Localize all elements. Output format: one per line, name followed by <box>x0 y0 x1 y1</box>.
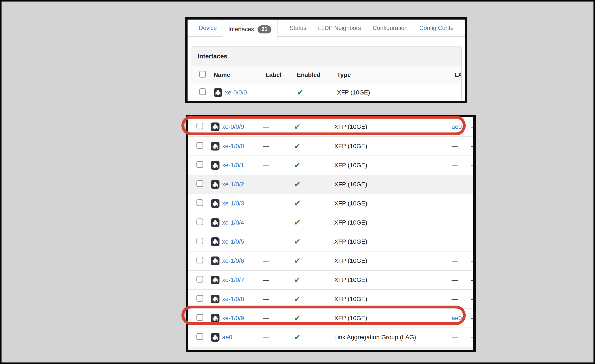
table-row-xe-1-0-2: xe-1/0/2 — ✔ XFP (10GE) — — <box>188 175 473 194</box>
column-header-enabled[interactable]: Enabled <box>297 71 337 78</box>
lag-value: — <box>452 200 464 207</box>
interface-name-link[interactable]: xe-1/0/5 <box>222 238 244 245</box>
tab-bar: DeviceInterfaces21StatusLLDP NeighborsCo… <box>188 20 465 40</box>
ethernet-port-icon <box>211 295 220 303</box>
ethernet-port-icon <box>211 122 220 131</box>
lag-value: — <box>452 238 464 245</box>
table-row-xe-1-0-0: xe-1/0/0 — ✔ XFP (10GE) — — <box>188 136 473 155</box>
tab-label: Interfaces <box>228 26 254 33</box>
lag-value: — <box>452 257 464 264</box>
lag-empty-value: — <box>454 89 460 96</box>
enabled-check-icon: ✔ <box>294 294 301 303</box>
tab-lldp-neighbors[interactable]: LLDP Neighbors <box>318 25 361 31</box>
clipped-column-value: — <box>471 181 476 188</box>
ethernet-port-icon <box>211 333 220 342</box>
label-value: — <box>263 315 269 322</box>
row-checkbox[interactable] <box>197 218 203 225</box>
interface-name-link[interactable]: ae0 <box>222 334 232 341</box>
row-checkbox[interactable] <box>197 123 203 129</box>
enabled-check-icon: ✔ <box>294 218 301 227</box>
tab-config-conte[interactable]: Config Conte <box>419 25 454 31</box>
table-footer-strip <box>188 347 473 350</box>
row-checkbox[interactable] <box>197 333 203 340</box>
row-checkbox[interactable] <box>197 295 203 302</box>
table-row-xe-1-0-3: xe-1/0/3 — ✔ XFP (10GE) — — <box>188 194 473 213</box>
lag-value: — <box>452 181 464 188</box>
clipped-column-value: — <box>471 162 476 169</box>
label-value: — <box>263 162 269 168</box>
table-row-xe-1-0-4: xe-1/0/4 — ✔ XFP (10GE) — — <box>188 213 473 232</box>
enabled-check-icon: ✔ <box>294 142 301 151</box>
lag-empty-value: — <box>452 181 458 188</box>
row-checkbox[interactable] <box>197 314 203 321</box>
label-value: — <box>266 89 272 96</box>
enabled-check-icon: ✔ <box>294 180 301 189</box>
interface-name-link[interactable]: xe-1/0/1 <box>222 162 244 169</box>
row-checkbox[interactable] <box>197 238 203 244</box>
interface-name-link[interactable]: xe-1/0/2 <box>222 181 244 188</box>
lag-value: — <box>452 276 464 283</box>
interface-name-link[interactable]: xe-1/0/4 <box>222 219 244 226</box>
clipped-column-value: — <box>471 219 476 226</box>
enabled-check-icon: ✔ <box>294 256 301 265</box>
table-row-xe-1-0-6: xe-1/0/6 — ✔ XFP (10GE) — — <box>188 251 473 270</box>
row-checkbox[interactable] <box>197 257 203 263</box>
lag-link-ae0[interactable]: ae0 <box>452 315 462 322</box>
select-all-cell <box>199 71 214 79</box>
interface-name-link[interactable]: xe-1/0/6 <box>222 257 244 264</box>
interface-name-link[interactable]: xe-1/0/0 <box>222 143 244 150</box>
label-value: — <box>263 276 269 283</box>
lag-value: — <box>452 296 464 302</box>
tab-interfaces-active[interactable]: Interfaces21 <box>222 19 278 40</box>
column-header-lag[interactable]: LAG <box>454 71 462 78</box>
ethernet-port-icon <box>211 199 220 208</box>
label-value: — <box>263 296 269 302</box>
clipped-column-value: — <box>471 296 476 302</box>
interface-name-link[interactable]: xe-1/0/9 <box>222 315 244 322</box>
tab-status[interactable]: Status <box>290 25 306 31</box>
row-checkbox[interactable] <box>197 180 203 187</box>
top-panel: DeviceInterfaces21StatusLLDP NeighborsCo… <box>185 17 467 103</box>
interface-name-link[interactable]: xe-0/0/0 <box>225 89 247 96</box>
column-header-type[interactable]: Type <box>337 71 454 78</box>
select-all-checkbox[interactable] <box>199 71 206 77</box>
lag-empty-value: — <box>452 219 458 226</box>
ethernet-port-icon <box>211 218 220 227</box>
ethernet-port-icon <box>211 161 220 170</box>
tab-configuration[interactable]: Configuration <box>373 25 408 31</box>
enabled-check-icon: ✔ <box>294 333 301 342</box>
card-title: Interfaces <box>191 47 461 66</box>
row-checkbox[interactable] <box>197 276 203 283</box>
lag-empty-value: — <box>452 238 458 245</box>
label-value: — <box>263 334 269 341</box>
clipped-column-value: — <box>471 143 476 150</box>
label-value: — <box>263 181 269 188</box>
interface-name-link[interactable]: xe-1/0/3 <box>222 200 244 207</box>
column-header-label[interactable]: Label <box>266 71 297 78</box>
interface-name-link[interactable]: xe-0/0/9 <box>222 123 244 130</box>
lag-empty-value: — <box>452 276 458 283</box>
table-row-xe-0-0-9: xe-0/0/9 — ✔ XFP (10GE) ae0 — <box>188 117 473 136</box>
type-value: XFP (10GE) <box>334 315 452 322</box>
interface-name-link[interactable]: xe-1/0/7 <box>222 276 244 283</box>
row-checkbox[interactable] <box>197 161 203 168</box>
table-row-xe-1-0-7: xe-1/0/7 — ✔ XFP (10GE) — — <box>188 270 473 289</box>
table-row-xe-1-0-8: xe-1/0/8 — ✔ XFP (10GE) — — <box>188 289 473 308</box>
label-value: — <box>263 219 269 226</box>
ethernet-port-icon <box>211 276 220 284</box>
row-checkbox[interactable] <box>199 88 206 95</box>
lag-empty-value: — <box>452 334 458 341</box>
ethernet-port-icon <box>211 142 220 151</box>
enabled-check-icon: ✔ <box>294 199 301 208</box>
lag-empty-value: — <box>452 296 458 302</box>
lag-link-ae0[interactable]: ae0 <box>452 123 462 130</box>
screenshot-frame: DeviceInterfaces21StatusLLDP NeighborsCo… <box>0 0 595 364</box>
type-value: XFP (10GE) <box>334 219 452 226</box>
ethernet-port-icon <box>211 237 220 246</box>
column-header-name[interactable]: Name <box>214 71 266 78</box>
table-row-xe-1-0-1: xe-1/0/1 — ✔ XFP (10GE) — — <box>188 155 473 175</box>
interface-name-link[interactable]: xe-1/0/8 <box>222 296 244 302</box>
row-checkbox[interactable] <box>197 142 203 149</box>
row-checkbox[interactable] <box>197 199 203 206</box>
tab-device[interactable]: Device <box>199 25 217 31</box>
